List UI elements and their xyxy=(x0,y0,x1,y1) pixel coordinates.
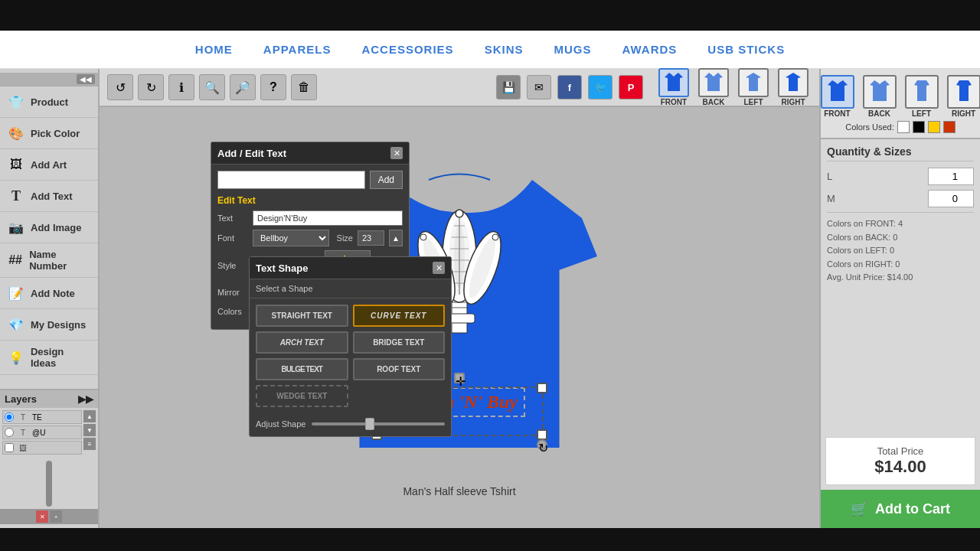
layer-add[interactable]: + xyxy=(50,510,62,523)
view-right[interactable]: RIGHT xyxy=(775,67,812,108)
nav-apparels[interactable]: APPARELS xyxy=(263,43,332,56)
sidebar-item-add-art[interactable]: 🖼 Add Art xyxy=(0,149,98,181)
shape-slider[interactable] xyxy=(312,418,445,430)
right-view-front[interactable]: FRONT xyxy=(818,73,858,119)
sidebar-collapse-button[interactable]: ◀◀ xyxy=(77,74,95,84)
add-text-button[interactable]: Add xyxy=(370,171,403,189)
add-art-label: Add Art xyxy=(31,159,67,171)
shape-roof[interactable]: ROOF TEXT xyxy=(353,358,446,380)
shape-arch[interactable]: ARCH TEXT xyxy=(256,331,348,354)
qty-input-l[interactable] xyxy=(928,168,974,185)
nav-home[interactable]: HOME xyxy=(195,43,233,56)
size-field-input[interactable] xyxy=(358,230,384,246)
text-shape-close-button[interactable]: ✕ xyxy=(433,262,445,274)
colors-used-label: Colors Used: xyxy=(845,122,894,132)
add-to-cart-label: Add to Cart xyxy=(875,501,950,517)
help-button[interactable]: ? xyxy=(260,74,286,100)
avg-unit-info: Avg. Unit Price: $14.00 xyxy=(827,271,974,285)
size-up-button[interactable]: ▲ xyxy=(389,230,403,246)
shape-title-bar: Text Shape ✕ xyxy=(250,257,451,279)
info-button[interactable]: ℹ xyxy=(168,74,194,100)
qty-title: Quantity & Sizes xyxy=(827,145,974,161)
add-text-input[interactable] xyxy=(217,171,365,189)
sidebar-header: ◀◀ xyxy=(0,73,98,86)
sidebar-item-pick-color[interactable]: 🎨 Pick Color xyxy=(0,118,98,149)
view-front[interactable]: FRONT xyxy=(655,67,692,108)
my-designs-icon: 💎 xyxy=(6,315,26,334)
color-swatch-yellow[interactable] xyxy=(928,121,940,133)
view-back-label: BACK xyxy=(703,98,725,106)
right-view-left-icon xyxy=(905,75,939,109)
shape-bulge[interactable]: BULGE TEXT xyxy=(256,358,348,380)
colors-used-row: Colors Used: xyxy=(845,121,956,133)
sidebar-item-add-note[interactable]: 📝 Add Note xyxy=(0,278,98,309)
pinterest-icon[interactable]: P xyxy=(619,75,643,99)
sidebar-item-add-text[interactable]: T Add Text xyxy=(0,181,98,212)
shape-curve[interactable]: CURVE TEXT xyxy=(353,305,446,327)
add-to-cart-button[interactable]: 🛒 Add to Cart xyxy=(821,490,980,528)
right-view-back[interactable]: BACK xyxy=(860,73,900,119)
facebook-icon[interactable]: f xyxy=(557,75,582,99)
layer-options[interactable]: ≡ xyxy=(83,438,96,450)
shape-straight[interactable]: STRAIGHT TEXT xyxy=(256,305,348,327)
nav-awards[interactable]: AWARDS xyxy=(622,43,677,56)
sidebar-item-design-ideas[interactable]: 💡 Design Ideas xyxy=(0,341,98,375)
layer-item-url[interactable]: T @U xyxy=(2,425,82,439)
layer-delete[interactable]: ✕ xyxy=(36,510,48,523)
layers-header: Layers ▶▶ xyxy=(0,390,98,408)
color-swatch-white[interactable] xyxy=(897,121,910,133)
product-label: Product xyxy=(31,96,68,108)
adjust-shape-label: Adjust Shape xyxy=(256,419,305,429)
font-select[interactable]: Bellboy xyxy=(253,230,329,246)
right-view-right[interactable]: RIGHT xyxy=(944,73,981,119)
view-back[interactable]: BACK xyxy=(695,67,732,108)
right-left-label: LEFT xyxy=(912,109,931,118)
design-ideas-label: Design Ideas xyxy=(31,346,92,369)
layer-item-img[interactable]: 🖼 xyxy=(2,441,82,455)
zoom-in-button[interactable]: 🔍 xyxy=(199,74,225,100)
view-left[interactable]: LEFT xyxy=(735,67,772,108)
layer-check-img[interactable] xyxy=(5,443,14,452)
sidebar-item-product[interactable]: 👕 Product xyxy=(0,86,98,118)
layer-move-down[interactable]: ▼ xyxy=(83,424,96,436)
sidebar-item-name-number[interactable]: ## Name Number xyxy=(0,243,98,278)
shape-bridge[interactable]: BRIDGE TEXT xyxy=(353,331,446,354)
layer-radio-text[interactable] xyxy=(5,412,14,422)
delete-button[interactable]: 🗑 xyxy=(291,74,317,100)
svg-point-22 xyxy=(492,234,498,240)
right-view-left[interactable]: LEFT xyxy=(902,73,942,119)
sidebar-item-my-designs[interactable]: 💎 My Designs xyxy=(0,309,98,341)
nav-skins[interactable]: SKINS xyxy=(485,43,524,56)
color-swatch-red[interactable] xyxy=(943,121,956,133)
layer-item-text[interactable]: T TE xyxy=(2,410,82,424)
total-price-panel: Total Price $14.00 xyxy=(825,437,975,485)
zoom-out-button[interactable]: 🔎 xyxy=(230,74,256,100)
twitter-icon[interactable]: 🐦 xyxy=(588,75,612,99)
color-swatch-black[interactable] xyxy=(913,121,925,133)
style-field-label: Style xyxy=(217,261,248,270)
text-field-input[interactable] xyxy=(253,210,403,226)
tshirt-views: FRONT BACK LEFT xyxy=(655,67,812,108)
layer-scroll-handle[interactable] xyxy=(46,461,52,507)
nav-usb[interactable]: USB STICKS xyxy=(707,43,785,56)
add-art-icon: 🖼 xyxy=(6,155,26,174)
layer-radio-url[interactable] xyxy=(5,428,14,437)
product-icon: 👕 xyxy=(6,92,26,112)
sidebar-item-add-image[interactable]: 📷 Add Image xyxy=(0,212,98,243)
layers-expand-icon[interactable]: ▶▶ xyxy=(78,393,93,405)
layer-move-up[interactable]: ▲ xyxy=(83,410,96,422)
qty-input-m[interactable] xyxy=(928,190,974,207)
nav-mugs[interactable]: MUGS xyxy=(554,43,591,56)
shape-wedge[interactable]: WEDGE TEXT xyxy=(256,385,348,407)
add-text-row: Add xyxy=(217,171,403,189)
redo-button[interactable]: ↻ xyxy=(138,74,164,100)
left-sidebar: ◀◀ 👕 Product 🎨 Pick Color 🖼 Add Art T Ad… xyxy=(0,69,100,528)
edit-text-close-button[interactable]: ✕ xyxy=(390,147,403,159)
right-back-label: BACK xyxy=(868,109,890,118)
slider-thumb[interactable] xyxy=(365,418,374,430)
save-icon[interactable]: 💾 xyxy=(496,75,521,99)
undo-button[interactable]: ↺ xyxy=(107,74,133,100)
email-icon[interactable]: ✉ xyxy=(527,75,551,99)
nav-accessories[interactable]: ACCESSORIES xyxy=(361,43,453,56)
total-price-label: Total Price xyxy=(834,445,967,457)
